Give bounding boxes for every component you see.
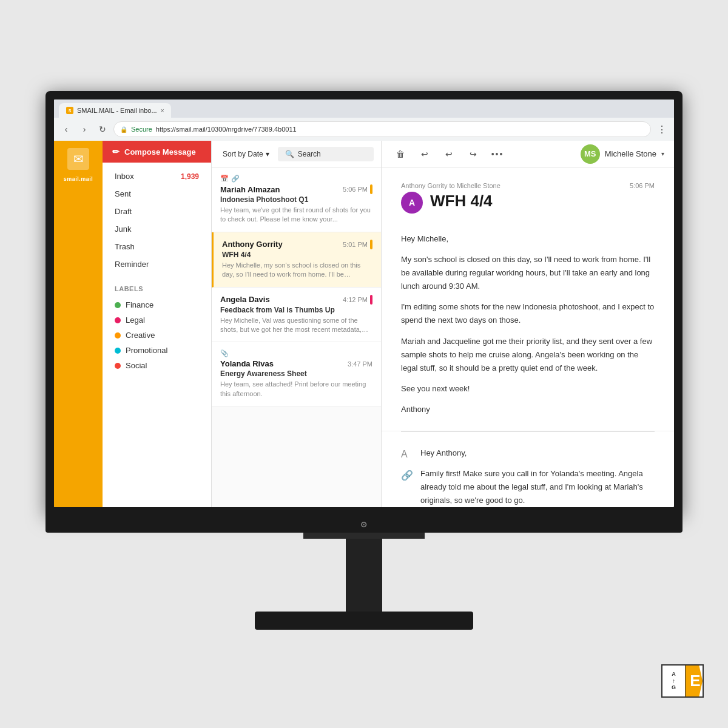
label-item-social[interactable]: Social: [115, 358, 199, 373]
sort-chevron-icon: ▾: [266, 150, 269, 158]
refresh-button[interactable]: ↻: [95, 122, 110, 136]
sort-label: Sort by Date: [223, 150, 263, 158]
energy-label-left: A ↑ G: [662, 666, 686, 696]
compose-message-button[interactable]: ✏ Compose Message: [103, 141, 211, 163]
user-dropdown-icon: ▾: [661, 150, 664, 157]
label-item-creative[interactable]: Creative: [115, 328, 199, 343]
sidebar-item-draft[interactable]: Draft: [103, 203, 211, 220]
creative-dot: [115, 332, 121, 339]
email-preview-2: Hey Michelle, my son's school is closed …: [222, 261, 372, 280]
email-preview-4: Hey team, see attached! Print before our…: [220, 380, 372, 399]
delete-button[interactable]: 🗑: [391, 145, 410, 163]
email-time-2: 5:01 PM: [343, 241, 368, 248]
forward-button[interactable]: ↪: [464, 145, 482, 163]
legal-label: Legal: [126, 315, 145, 325]
email-item-icons-1: 📅 🔗: [220, 175, 372, 183]
user-name: Michelle Stone: [605, 149, 656, 158]
browser-tab-active[interactable]: S SMAIL.MAIL - Email inbo... ×: [59, 103, 171, 118]
thread-from-1: Anthony Gorrity to Michelle Stone: [401, 182, 500, 189]
sidebar-orange: ✉ smail.mail: [54, 141, 103, 507]
email-item-4[interactable]: 📎 Yolanda Rivas 3:47 PM Energy Awareness…: [212, 342, 381, 406]
thread-sign-1: Anthony: [401, 403, 655, 416]
energy-top-rating: A: [672, 671, 676, 678]
monitor-stand-base: [255, 612, 473, 630]
reply-all-button[interactable]: ↩: [440, 145, 458, 163]
reply-icon-col: A 🔗: [401, 447, 413, 507]
more-options-button[interactable]: •••: [488, 145, 507, 163]
email-items-list: 📅 🔗 Mariah Almazan 5:06 PM Indonesia: [212, 167, 381, 507]
reply-attachment-icon: 🔗: [401, 470, 413, 481]
email-subject-4: Energy Awareness Sheet: [220, 369, 372, 378]
app-container: ✉ smail.mail ✏ Compose Message Inbox 1,9…: [54, 141, 674, 507]
thread-paragraph-2: I'm editing some shots for the new Indon…: [401, 300, 655, 327]
sidebar-item-sent[interactable]: Sent: [103, 185, 211, 203]
labels-title: Labels: [115, 285, 199, 292]
email-item-1[interactable]: 📅 🔗 Mariah Almazan 5:06 PM Indonesia: [212, 167, 381, 232]
junk-label: Junk: [115, 224, 131, 234]
back-button[interactable]: ‹: [59, 122, 73, 136]
user-info[interactable]: MS Michelle Stone ▾: [581, 144, 664, 164]
sidebar-item-junk[interactable]: Junk: [103, 220, 211, 238]
browser-chrome: S SMAIL.MAIL - Email inbo... × ‹ › ↻ 🔒 S…: [54, 99, 674, 141]
thread-subject-1: WFH 4/4: [430, 192, 493, 211]
sidebar-nav: ✏ Compose Message Inbox 1,939 Sent Draft: [103, 141, 212, 507]
email-item-header-3: Angela Davis 4:12 PM: [220, 295, 372, 305]
sidebar-item-inbox[interactable]: Inbox 1,939: [103, 167, 211, 185]
sidebar-item-trash[interactable]: Trash: [103, 238, 211, 255]
search-button[interactable]: 🔍 Search: [278, 147, 374, 161]
email-item-header-4: Yolanda Rivas 3:47 PM: [220, 359, 372, 368]
compose-btn-label: Compose Message: [124, 147, 196, 157]
email-list-toolbar: Sort by Date ▾ 🔍 Search: [212, 141, 381, 167]
email-item-2[interactable]: Anthony Gorrity 5:01 PM WFH 4/4 Hey Mich…: [212, 232, 381, 288]
energy-label-right: E: [686, 666, 703, 696]
mail-logo-icon: ✉: [67, 148, 89, 170]
forward-button[interactable]: ›: [77, 122, 92, 136]
secure-icon: 🔒: [120, 126, 127, 133]
email-preview-3: Hey Michelle, Val was questioning some o…: [220, 316, 372, 335]
email-item-header-1: Mariah Almazan 5:06 PM: [220, 184, 372, 194]
legal-dot: [115, 317, 121, 323]
trash-label: Trash: [115, 242, 135, 251]
email-time-4: 3:47 PM: [348, 360, 372, 368]
label-item-finance[interactable]: Finance: [115, 297, 199, 312]
email-detail-toolbar: 🗑 ↩ ↩ ↪ ••• MS Michelle Stone ▾: [382, 141, 674, 167]
energy-efficiency-class: E: [687, 672, 700, 690]
email-detail-body: Anthony Gorrity to Michelle Stone 5:06 P…: [382, 167, 674, 507]
thread-meta-1: Anthony Gorrity to Michelle Stone 5:06 P…: [401, 182, 655, 189]
email-preview-1: Hey team, we've got the first round of s…: [220, 206, 372, 224]
labels-section: Labels Finance Legal Creative: [103, 278, 211, 377]
tab-close-button[interactable]: ×: [161, 107, 164, 114]
search-label: Search: [298, 150, 321, 158]
email-thread-1: Anthony Gorrity to Michelle Stone 5:06 P…: [382, 167, 674, 431]
attachment-icon: 📎: [220, 349, 229, 357]
hp-logo: ⊙: [360, 520, 368, 529]
inbox-count: 1,939: [181, 172, 199, 181]
finance-label: Finance: [126, 300, 153, 309]
thread-paragraph-3: Mariah and Jacqueline got me their prior…: [401, 335, 655, 375]
browser-menu-button[interactable]: ⋮: [655, 122, 669, 136]
email-time-3: 4:12 PM: [343, 296, 368, 303]
email-item-icons-4: 📎: [220, 349, 372, 357]
reply-button[interactable]: ↩: [416, 145, 434, 163]
sidebar-item-reminder[interactable]: Reminder: [103, 255, 211, 273]
draft-label: Draft: [115, 207, 132, 216]
reply-body: Hey Anthony, Family first! Make sure you…: [420, 447, 655, 507]
sort-by-date-button[interactable]: Sort by Date ▾: [219, 147, 273, 161]
thread-subject-area: WFH 4/4: [430, 192, 493, 223]
thread-closing-1: See you next week!: [401, 382, 655, 396]
email-item-3[interactable]: Angela Davis 4:12 PM Feedback from Val i…: [212, 288, 381, 343]
email-sender-3: Angela Davis: [220, 295, 270, 304]
email-subject-2: WFH 4/4: [222, 251, 372, 259]
monitor-bezel: S SMAIL.MAIL - Email inbo... × ‹ › ↻ 🔒 S…: [46, 91, 682, 516]
energy-bottom-rating: G: [672, 684, 676, 691]
thread-body-1: Hey Michelle, My son's school is closed …: [401, 232, 655, 416]
email-priority-bar-3: [370, 295, 372, 305]
email-sender-1: Mariah Almazan: [220, 185, 280, 194]
user-avatar: MS: [581, 144, 600, 164]
url-text: https://smail.mail/10300/nrgdrive/77389.…: [156, 126, 297, 133]
email-subject-3: Feedback from Val is Thumbs Up: [220, 306, 372, 314]
label-item-legal[interactable]: Legal: [115, 312, 199, 328]
label-item-promotional[interactable]: Promotional: [115, 343, 199, 358]
email-priority-bar-2: [370, 240, 372, 249]
address-bar[interactable]: 🔒 Secure https://smail.mail/10300/nrgdri…: [113, 121, 651, 137]
